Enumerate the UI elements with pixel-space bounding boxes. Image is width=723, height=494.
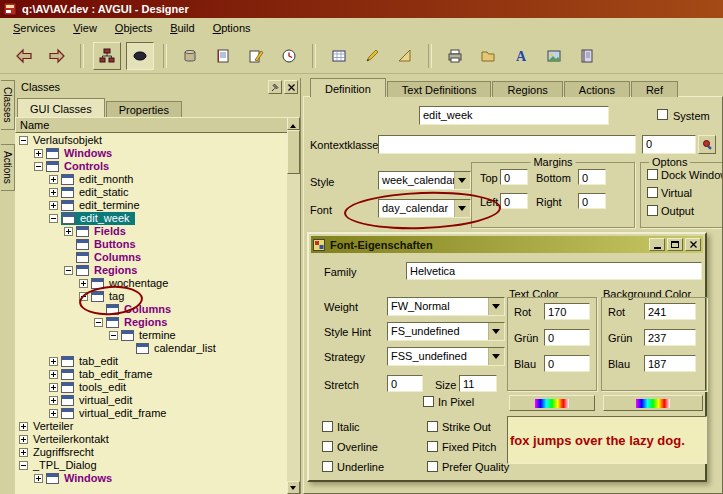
menu-build[interactable]: Build — [161, 20, 203, 36]
tree-item-tools-edit[interactable]: tools_edit — [15, 381, 288, 394]
image-icon-button[interactable] — [540, 42, 568, 70]
tree-item-edit-termine[interactable]: edit_termine — [15, 199, 288, 212]
tree-item-tab-edit-frame[interactable]: tab_edit_frame — [15, 368, 288, 381]
close-button[interactable] — [685, 238, 701, 251]
tree-item-columns[interactable]: Columns — [15, 303, 288, 316]
expand-icon[interactable] — [34, 149, 43, 158]
tree-item-virtual-edit[interactable]: virtual_edit — [15, 394, 288, 407]
style-combobox[interactable]: week_calendar — [378, 171, 471, 190]
ruler-icon-button[interactable] — [391, 42, 419, 70]
side-tab-actions[interactable]: Actions — [1, 144, 15, 191]
font-icon-button[interactable]: A — [507, 42, 535, 70]
pin-icon-button[interactable] — [268, 80, 282, 94]
tree-item-regions[interactable]: Regions — [15, 264, 288, 277]
tree-item-tag[interactable]: tag — [15, 290, 288, 303]
collapse-icon[interactable] — [109, 331, 118, 340]
background-color-picker-button[interactable] — [603, 395, 703, 411]
pencil-icon-button[interactable] — [358, 42, 386, 70]
font-combobox[interactable]: day_calendar — [378, 199, 471, 218]
tree-item-windows[interactable]: Windows — [15, 472, 288, 485]
tree-item-regions[interactable]: Regions — [15, 316, 288, 329]
stretch-field[interactable]: 0 — [387, 375, 423, 392]
expand-icon[interactable] — [19, 448, 28, 457]
expand-icon[interactable] — [49, 175, 58, 184]
expand-icon[interactable] — [79, 279, 88, 288]
text-blau-field[interactable]: 0 — [544, 355, 590, 372]
virtual-checkbox[interactable] — [647, 187, 658, 198]
scrollbar-thumb[interactable] — [287, 130, 300, 174]
kontextklasse-number-field[interactable]: 0 — [642, 135, 696, 154]
strategy-combobox[interactable]: FSS_undefined — [387, 347, 505, 366]
tree-item-termine[interactable]: termine — [15, 329, 288, 342]
tab-regions[interactable]: Regions — [492, 81, 562, 97]
dock-window-checkbox[interactable] — [647, 169, 658, 180]
tab-properties[interactable]: Properties — [106, 101, 182, 117]
collapse-icon[interactable] — [19, 136, 28, 145]
size-field[interactable]: 11 — [459, 375, 497, 392]
chevron-down-icon[interactable] — [488, 298, 504, 315]
margin-top-field[interactable]: 0 — [500, 169, 528, 185]
tree-item-fields[interactable]: Fields — [15, 225, 288, 238]
name-field[interactable]: edit_week — [419, 106, 609, 125]
hierarchy-icon-button[interactable] — [93, 42, 121, 70]
system-checkbox[interactable] — [657, 109, 668, 120]
tree-item-verteilerkontakt[interactable]: Verteilerkontakt — [15, 433, 288, 446]
expand-icon[interactable] — [49, 188, 58, 197]
collapse-icon[interactable] — [19, 461, 28, 470]
grid-icon-button[interactable] — [325, 42, 353, 70]
write-icon-button[interactable] — [242, 42, 270, 70]
tree-item-verlaufsobjekt[interactable]: Verlaufsobjekt — [15, 134, 288, 147]
oval-icon-button[interactable] — [126, 42, 154, 70]
tree-item-tab-edit[interactable]: tab_edit — [15, 355, 288, 368]
clock-icon-button[interactable] — [275, 42, 303, 70]
weight-combobox[interactable]: FW_Normal — [387, 297, 505, 316]
tree-item-tpl-dialog[interactable]: _TPL_Dialog — [15, 459, 288, 472]
collapse-icon[interactable] — [49, 214, 58, 223]
kontextklasse-field[interactable] — [378, 135, 636, 154]
expand-icon[interactable] — [34, 474, 43, 483]
book-icon-button[interactable] — [573, 42, 601, 70]
expand-icon[interactable] — [19, 422, 28, 431]
tree-item-verteiler[interactable]: Verteiler — [15, 420, 288, 433]
overline-checkbox[interactable] — [322, 441, 333, 452]
back-icon-button[interactable] — [10, 42, 38, 70]
scroll-down-icon[interactable] — [287, 481, 300, 494]
close-icon-button[interactable] — [284, 80, 298, 94]
folder-icon-button[interactable] — [474, 42, 502, 70]
scroll-up-icon[interactable] — [287, 117, 300, 130]
tree-item-controls[interactable]: Controls — [15, 160, 288, 173]
side-tab-classes[interactable]: Classes — [1, 80, 15, 130]
in-pixel-checkbox[interactable] — [423, 396, 434, 407]
margin-bottom-field[interactable]: 0 — [578, 169, 606, 185]
collapse-icon[interactable] — [64, 266, 73, 275]
tree-item-edit-month[interactable]: edit_month — [15, 173, 288, 186]
output-checkbox[interactable] — [647, 205, 658, 216]
dialog-title-bar[interactable]: Font-Eigenschaften — [311, 236, 703, 253]
text-rot-field[interactable]: 170 — [544, 303, 590, 320]
menu-options[interactable]: Options — [204, 20, 260, 36]
text-gruen-field[interactable]: 0 — [544, 329, 590, 346]
expand-icon[interactable] — [19, 435, 28, 444]
tree-item-edit-week[interactable]: edit_week — [15, 212, 288, 225]
chevron-down-icon[interactable] — [488, 323, 504, 340]
notebook-icon-button[interactable] — [209, 42, 237, 70]
bg-blau-field[interactable]: 187 — [644, 355, 696, 372]
prefer-quality-checkbox[interactable] — [427, 461, 438, 472]
fixed-pitch-checkbox[interactable] — [427, 441, 438, 452]
expand-icon[interactable] — [49, 383, 58, 392]
tree-item-wochentage[interactable]: wochentage — [15, 277, 288, 290]
database-icon-button[interactable] — [176, 42, 204, 70]
strike-out-checkbox[interactable] — [427, 421, 438, 432]
tab-definition[interactable]: Definition — [310, 78, 386, 97]
expand-icon[interactable] — [49, 396, 58, 405]
tree-item-buttons[interactable]: Buttons — [15, 238, 288, 251]
tree-item-calendar-list[interactable]: calendar_list — [15, 342, 288, 355]
expand-icon[interactable] — [49, 357, 58, 366]
minimize-button[interactable] — [649, 238, 665, 251]
tab-gui-classes[interactable]: GUI Classes — [17, 98, 105, 117]
tree-scrollbar[interactable] — [287, 117, 300, 494]
tree-item-zugriffsrecht[interactable]: Zugriffsrecht — [15, 446, 288, 459]
tree-item-windows[interactable]: Windows — [15, 147, 288, 160]
collapse-icon[interactable] — [34, 162, 43, 171]
tree-item-virtual-edit-frame[interactable]: virtual_edit_frame — [15, 407, 288, 420]
